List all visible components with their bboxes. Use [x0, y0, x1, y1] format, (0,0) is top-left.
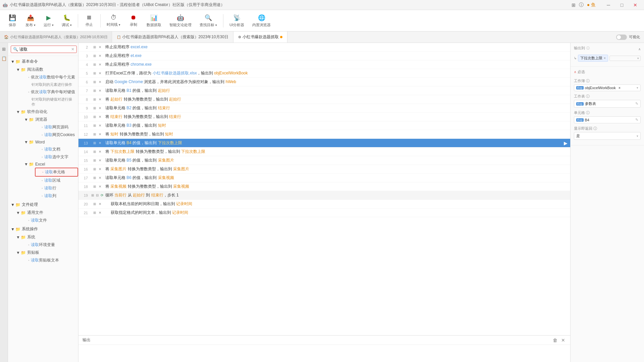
close-button[interactable]: ✕	[629, 0, 641, 10]
workbook-dropdown-arrow[interactable]: ▾	[637, 86, 638, 89]
expand-icon-word: ▼	[24, 140, 28, 144]
save-button[interactable]: 💾 保存	[4, 13, 21, 29]
run-button[interactable]: ▶ 运行 ▾	[40, 13, 57, 29]
search-clear-icon[interactable]: ✕	[71, 47, 74, 52]
dot-icon-3: ◦	[42, 125, 43, 129]
output-expand-icon[interactable]: ∧	[638, 47, 641, 51]
code-row-14[interactable]: 14 ⊞ ✕ 将 下拉次数上限 转换为整数类型，输出到 下拉次数上限	[78, 147, 570, 156]
tree-item-read-selection[interactable]: ◦ 读取选中文字	[35, 153, 78, 161]
sheet-edit-icon[interactable]: ✎	[635, 102, 638, 106]
output-close-button[interactable]: ✕	[560, 337, 566, 343]
output-tag-select[interactable]: ▾	[609, 56, 641, 61]
cell-edit-icon[interactable]: ✎	[635, 118, 638, 122]
tree-item-read-file[interactable]: ◦ 读取文件	[21, 217, 78, 224]
code-row-9[interactable]: 9 ⊞ ✕ 读取单元格 B2 的值，输出到 结束行	[78, 104, 570, 113]
toggle-switch[interactable]	[616, 35, 627, 40]
tree-label-automation: 软件自动化	[27, 109, 47, 115]
tab-main[interactable]: 📋 小红书爆款选题抓取RPA机器人（搜索版）2023年10月30日	[112, 32, 233, 43]
code-row-2[interactable]: 2 ⊞ ✕ 终止应用程序 excel.exe	[78, 43, 570, 52]
ai-process-button[interactable]: 🤖 智能文论处理	[166, 13, 195, 29]
browser-button[interactable]: 🌐 内置浏览器	[249, 13, 274, 29]
line-icon-3b: ✕	[98, 54, 102, 58]
workbook-close-btn[interactable]: ×	[619, 86, 621, 90]
tree-category-system[interactable]: ▼ 📁 系统操作	[8, 225, 78, 233]
line-icon-8a: ⊞	[92, 97, 97, 102]
line-icons-4: ⊞ ✕	[91, 62, 104, 67]
info-icon[interactable]: ⓘ	[579, 2, 584, 8]
tree-category-sys[interactable]: ▼ 📁 系统	[13, 233, 78, 241]
code-row-21[interactable]: 21 ⊞ ✕ 获取指定格式的时间文本，输出到 记录时间	[78, 208, 570, 217]
tree-category-browser[interactable]: ▼ 📁 浏览器	[21, 116, 78, 123]
line-icon-17b: ✕	[98, 176, 102, 180]
side-icon-1[interactable]: ⊞	[1, 46, 7, 52]
code-row-5[interactable]: 5 ⊞ ✕ 打开Excel工作簿，路径为 小红书爆款选题抓取.xlsx，输出到 …	[78, 69, 570, 78]
code-row-20[interactable]: 20 ⊞ ✕ 获取本机当前的时间和日期，输出到 记录时间	[78, 200, 570, 208]
record-button[interactable]: ⏺ 录制	[125, 13, 142, 28]
tree-category-files[interactable]: ▼ 📁 文件处理	[8, 200, 78, 209]
visibility-toggle[interactable]: 可视化	[616, 35, 640, 40]
code-row-16[interactable]: 16 ⊞ ✕ 将 采集图片 转换为整数类型，输出到 采集图片	[78, 165, 570, 174]
tree-category-word[interactable]: ▼ 📁 Word	[21, 139, 78, 145]
side-icon-2[interactable]: 📋	[1, 55, 7, 62]
code-row-19[interactable]: 19 ⊞ ⊟ ⟳ 循环 当前行 从 起始行 到 结束行，步长 1	[78, 191, 570, 200]
search-input[interactable]	[19, 47, 70, 52]
minimize-button[interactable]: ─	[602, 0, 614, 10]
maximize-button[interactable]: □	[616, 0, 628, 10]
folder-icon-files: 📁	[15, 202, 20, 207]
tab-active[interactable]: ⚙ 小红书爆款选题抓取	[233, 32, 287, 43]
expand-icon-basic: ▼	[11, 59, 14, 64]
data-capture-button[interactable]: 📊 数据抓取	[143, 13, 165, 29]
link-read-12: 读取	[31, 242, 39, 247]
output-clear-button[interactable]: 🗑	[552, 337, 558, 343]
output-tag-close[interactable]: ×	[604, 56, 606, 60]
tree-item-read-doc[interactable]: ◦ 读取文档	[35, 145, 78, 153]
tree-item-read-cookies[interactable]: ◦ 读取网页Cookies	[35, 131, 78, 139]
code-text-5: 打开Excel工作簿，路径为 小红书爆款选题抓取.xlsx，输出到 objExc…	[104, 69, 570, 77]
code-row-7[interactable]: 7 ⊞ ✕ 读取单元格 B1 的值，输出到 起始行	[78, 86, 570, 95]
tree-item-read-row[interactable]: ◦ 读取行	[35, 184, 78, 192]
code-row-12[interactable]: 12 ⊞ ✕ 将 短时 转换为整数类型，输出到 短时	[78, 130, 570, 139]
tab-active-label: 小红书爆款选题抓取	[243, 34, 279, 40]
code-row-10[interactable]: 10 ⊞ ✕ 将 结束行 转换为整数类型，输出到 结束行	[78, 113, 570, 121]
code-row-18[interactable]: 18 ⊞ ✕ 将 采集视频 转换为整数类型，输出到 采集视频	[78, 182, 570, 191]
tree-category-clipboard[interactable]: ▼ 📁 剪贴板	[13, 249, 78, 256]
code-row-17[interactable]: 17 ⊞ ✕ 读取单元格 B6 的值，输出到 采集视频	[78, 174, 570, 182]
play-icon-13[interactable]: ▶	[564, 140, 568, 146]
tree-item-read-range[interactable]: ◦ 读取区域	[35, 177, 78, 184]
code-row-13[interactable]: 13 ⊞ ✕ 读取单元格 B4 的值，输出到 下拉次数上限 ▶	[78, 139, 570, 147]
publish-button[interactable]: 📤 发布 ▾	[22, 13, 39, 29]
code-row-4[interactable]: 4 ⊞ ✕ 终止应用程序 chrome.exe	[78, 60, 570, 69]
find-target-button[interactable]: 🔍 查找目标 ▾	[196, 13, 220, 29]
tree-item-dict-each[interactable]: ◦ 依次读取字典中每对键值	[21, 88, 78, 96]
tree-category-excel[interactable]: ▼ 📁 Excel	[21, 161, 78, 168]
tree-sub-functions: ◦ 依次读取数组中每个元素 针对取到的元素进行操作 ◦ 依次读取字典中每对键值 …	[19, 73, 78, 108]
tree-item-read-cell[interactable]: ◦ 读取单元格	[35, 168, 78, 177]
ui-analyzer-button[interactable]: 📡 UI分析器	[226, 13, 248, 29]
return-select[interactable]: 是 ▾	[574, 132, 641, 140]
tree-category-automation[interactable]: ▼ 📁 软件自动化	[13, 108, 78, 116]
expand-icon-general-files: ▼	[16, 210, 19, 215]
tree-item-read-clipboard[interactable]: ◦ 读取剪贴板文本	[21, 256, 78, 264]
tree-category-general-files[interactable]: ▼ 📁 通用文件	[13, 209, 78, 217]
code-row-3[interactable]: 3 ⊞ ✕ 终止应用程序 et.exe	[78, 52, 570, 60]
code-row-6[interactable]: 6 ⊞ ✕ 启动 Google Chrome 浏览器，并将此浏览器作为操控对象，…	[78, 78, 570, 86]
code-row-15[interactable]: 15 ⊞ ✕ 读取单元格 B5 的值，输出到 采集图片	[78, 156, 570, 165]
tree-category-functions[interactable]: ▼ 📁 阅法函数	[13, 66, 78, 73]
code-content: 2 ⊞ ✕ 终止应用程序 excel.exe 3 ⊞ ✕ 终止应用程序 et.e…	[78, 43, 570, 335]
tree-item-array-each[interactable]: ◦ 依次读取数组中每个元素	[21, 73, 78, 81]
fish-icon[interactable]: ● 鱼	[587, 2, 596, 8]
line-icons-10: ⊞ ✕	[91, 115, 104, 119]
line-icon-16b: ✕	[98, 167, 102, 172]
tree-label-files: 文件处理	[22, 202, 38, 207]
tree-item-read-source[interactable]: ◦ 读取网页源码	[35, 123, 78, 131]
tree-item-read-col[interactable]: ◦ 读取列	[35, 192, 78, 200]
tree-item-read-env[interactable]: ◦ 读取环境变量	[21, 241, 78, 249]
line-icon-13b: ✕	[98, 141, 102, 145]
grid-icon[interactable]: ⊞	[572, 2, 576, 8]
code-row-11[interactable]: 11 ⊞ ✕ 读取单元格 B3 的值，输出到 短时	[78, 121, 570, 130]
debug-button[interactable]: 🐛 调试 ▾	[58, 13, 75, 29]
timeline-button[interactable]: ⏱ 时间线 ▾	[103, 13, 124, 28]
tree-category-basic[interactable]: ▼ 📁 基本命令	[8, 57, 78, 66]
stop-button[interactable]: ⏹ 停止	[81, 13, 98, 28]
code-row-8[interactable]: 8 ⊞ ✕ 将 起始行 转换为整数类型，输出到 起始行	[78, 95, 570, 104]
